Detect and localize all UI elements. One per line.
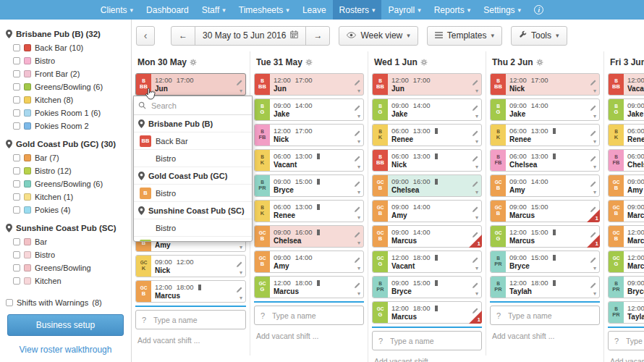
shift-caret-icon[interactable]: ▾ (475, 290, 478, 298)
shift-caret-icon[interactable]: ▾ (593, 265, 596, 272)
shift-card[interactable]: BFB06:0013:00Chelsea▾ (490, 149, 600, 172)
edit-shift-icon[interactable] (473, 75, 478, 88)
edit-shift-icon[interactable] (355, 227, 360, 240)
warning-badge[interactable]: 1 (587, 209, 600, 222)
shift-card[interactable]: BBB12:0017:00Nick▾ (490, 73, 600, 96)
nav-item-payroll[interactable]: Payroll▾ (381, 0, 427, 20)
shift-card[interactable]: BBB12:0017:00Jun▾ (135, 73, 246, 96)
business-setup-button[interactable]: Business setup (7, 314, 124, 336)
shift-card[interactable]: GCB12:0018:00Marcus▾ (608, 225, 644, 248)
dropdown-item-bistro[interactable]: BBistro (134, 185, 252, 202)
checkbox[interactable] (13, 57, 20, 64)
shift-card[interactable]: GCB09:0015:00Marcus▾1 (608, 200, 644, 222)
team-filter-sunshine-coast-pub-sc-bistro[interactable]: Bistro (13, 248, 127, 261)
team-filter-gold-coast-pub-gc-bistro[interactable]: Bistro (12) (13, 164, 127, 177)
edit-shift-icon[interactable] (590, 278, 596, 291)
shift-card[interactable]: BK06:0013:00Renee▾ (608, 124, 644, 146)
warning-badge[interactable]: 1 (587, 235, 600, 248)
shift-card[interactable]: GCG12:0018:00Marcus▾ (608, 251, 644, 273)
nav-item-dashboard[interactable]: Dashboard (140, 0, 195, 20)
edit-shift-icon[interactable] (473, 126, 478, 139)
edit-shift-icon[interactable] (355, 75, 360, 88)
shift-card[interactable]: BG09:0014:00Jake▾ (608, 98, 644, 121)
shift-card[interactable]: BBB12:0017:00Vacant▾ (608, 73, 644, 96)
shift-card[interactable]: BK06:0013:00Vacant▾ (254, 149, 364, 172)
team-filter-sunshine-coast-pub-sc-bar[interactable]: Bar (13, 235, 127, 248)
shift-caret-icon[interactable]: ▾ (357, 290, 360, 298)
checkbox[interactable] (13, 251, 20, 258)
shift-card[interactable]: GCB09:0014:00Amy▾ (254, 251, 364, 273)
team-filter-gold-coast-pub-gc-greens-bowling[interactable]: Greens/Bowling (6) (13, 177, 127, 190)
shift-card[interactable]: GCK09:0012:00Nick▾ (135, 255, 246, 277)
shift-card[interactable]: GCG12:0015:00Marcus▾1 (490, 225, 600, 248)
shift-card[interactable]: GCB09:0014:00Marcus▾1 (372, 225, 482, 248)
shift-caret-icon[interactable]: ▾ (475, 88, 478, 95)
checkbox[interactable] (13, 180, 20, 188)
edit-shift-icon[interactable] (355, 151, 360, 164)
vacant-name-input[interactable] (271, 311, 363, 321)
add-vacant-shift-link[interactable]: Add vacant shift ... (132, 329, 250, 351)
shift-caret-icon[interactable]: ▾ (240, 269, 242, 277)
shift-card[interactable]: BK06:0013:00Renee▾ (490, 124, 600, 146)
tools-button[interactable]: Tools ▾ (511, 26, 567, 46)
edit-shift-icon[interactable] (355, 126, 360, 139)
column-settings-icon[interactable] (305, 59, 313, 66)
vacant-shift-input-row[interactable]: ? (254, 306, 364, 325)
shift-card[interactable]: BFB12:0017:00Nick▾ (254, 124, 364, 146)
checkbox[interactable] (13, 83, 20, 90)
dropdown-item-bistro[interactable]: Bistro (134, 150, 252, 167)
vacant-shift-input-row[interactable]: ? (608, 331, 644, 350)
shift-card[interactable]: BBB06:0013:00Nick▾ (372, 149, 482, 172)
shift-card[interactable]: GCB09:0014:00Amy▾ (608, 174, 644, 197)
team-filter-gold-coast-pub-gc-pokies[interactable]: Pokies (4) (13, 203, 127, 216)
date-range-button[interactable]: 30 May to 5 Jun 2016 (195, 26, 306, 46)
checkbox[interactable] (6, 299, 13, 306)
edit-shift-icon[interactable] (237, 282, 242, 295)
checkbox[interactable] (13, 122, 20, 130)
edit-shift-icon[interactable] (590, 101, 596, 114)
edit-shift-icon[interactable] (237, 75, 242, 88)
nav-item-leave[interactable]: Leave (296, 0, 333, 20)
shift-card[interactable]: BPR09:0015:00Bryce▾ (254, 174, 364, 197)
edit-shift-icon[interactable] (473, 177, 478, 190)
checkbox[interactable] (13, 206, 20, 214)
edit-shift-icon[interactable] (473, 253, 478, 266)
team-filter-brisbane-pub-b-pokies-room-1[interactable]: Pokies Room 1 (6) (13, 106, 127, 119)
shift-caret-icon[interactable]: ▾ (475, 113, 478, 120)
shift-caret-icon[interactable]: ▾ (357, 138, 360, 146)
shift-card[interactable]: GCB09:0016:00Chelsea▾ (372, 174, 482, 197)
shift-card[interactable]: GCB09:0014:00Amy▾ (372, 200, 482, 222)
checkbox[interactable] (13, 193, 20, 201)
shift-card[interactable]: GCB09:0015:00Marcus▾1 (490, 200, 600, 222)
shift-card[interactable]: BG09:0014:00Jake▾ (372, 98, 482, 121)
shift-caret-icon[interactable]: ▾ (240, 295, 242, 302)
team-filter-brisbane-pub-b-back-bar[interactable]: Back Bar (10) (13, 41, 127, 54)
shift-caret-icon[interactable]: ▾ (593, 138, 596, 146)
shifts-with-warnings-filter[interactable]: Shifts with Warnings (8) (6, 298, 125, 307)
team-filter-gold-coast-pub-gc-bar[interactable]: Bar (7) (13, 151, 127, 164)
shift-caret-icon[interactable]: ▾ (357, 214, 360, 222)
checkbox[interactable] (13, 96, 20, 104)
nav-item-settings[interactable]: Settings▾ (477, 0, 528, 20)
dropdown-item-back-bar[interactable]: BBBack Bar (134, 132, 252, 150)
shift-caret-icon[interactable]: ▾ (240, 244, 242, 251)
edit-shift-icon[interactable] (355, 101, 360, 114)
shift-card[interactable]: GCB12:0018:00Marcus▾ (135, 280, 246, 303)
checkbox[interactable] (13, 154, 20, 161)
shift-card[interactable]: BPR09:0015:00Bryce▾ (372, 276, 482, 298)
edit-shift-icon[interactable] (355, 253, 360, 266)
edit-shift-icon[interactable] (473, 278, 478, 291)
nav-item-timesheets[interactable]: Timesheets▾ (232, 0, 296, 20)
vacant-name-input[interactable] (624, 336, 644, 346)
shift-card[interactable]: BG09:0014:00Jake▾ (254, 98, 364, 121)
shift-card[interactable]: BBB12:0017:00Jun▾ (254, 73, 364, 96)
shift-caret-icon[interactable]: ▾ (357, 189, 360, 196)
shift-caret-icon[interactable]: ▾ (357, 265, 360, 272)
nav-item-rosters[interactable]: Rosters▾ (333, 0, 382, 20)
edit-shift-icon[interactable] (473, 202, 478, 215)
team-filter-brisbane-pub-b-front-bar[interactable]: Front Bar (2) (13, 67, 127, 80)
checkbox[interactable] (13, 264, 20, 272)
collapse-sidebar-button[interactable]: ‹ (136, 26, 155, 46)
add-vacant-shift-link[interactable]: Add vacant shift ... (604, 350, 644, 362)
checkbox[interactable] (13, 44, 20, 51)
